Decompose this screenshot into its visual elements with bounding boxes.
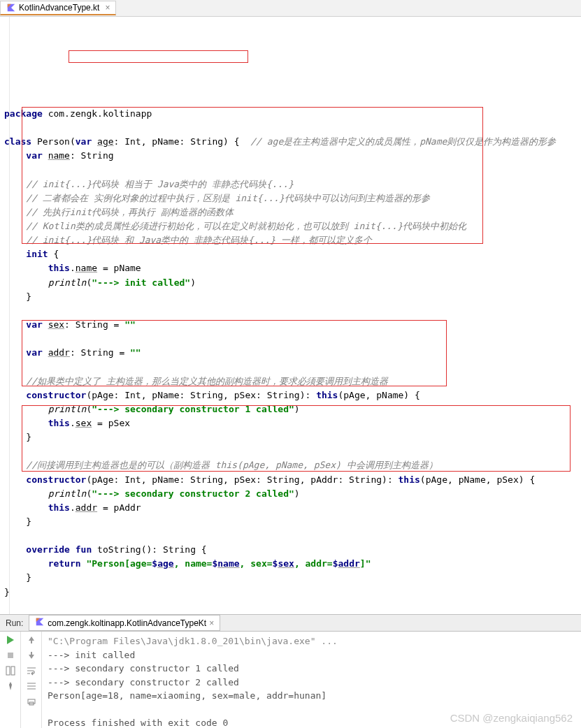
header-comment: // age是在主构造器中定义的成员属性，pName则仅仅是作为构造器的形参: [250, 136, 556, 147]
run-config-name: com.zengk.koltinapp.KotlinAdvanceTypeKt: [48, 618, 206, 628]
highlight-box-1: [69, 50, 248, 63]
down-icon[interactable]: [26, 650, 37, 661]
run-panel: Run: com.zengk.koltinapp.KotlinAdvanceTy…: [0, 614, 581, 728]
watermark: CSDN @zengkaiqiang562: [450, 712, 573, 724]
console-line: Person[age=18, name=xiaoming, sex=male, …: [48, 690, 327, 701]
console-line: ---> secondary constructor 1 called: [48, 663, 239, 674]
tab-filename: KotlinAdvanceType.kt: [19, 3, 99, 13]
class-name: Person: [37, 136, 70, 147]
svg-marker-4: [7, 636, 14, 644]
run-toolbar-left: [0, 632, 21, 728]
run-label: Run:: [0, 618, 29, 628]
layout-icon[interactable]: [5, 665, 16, 676]
print-icon[interactable]: [26, 696, 37, 707]
console-line-path: "C:\Program Files\Java\jdk1.8.0_201\bin\…: [48, 636, 338, 646]
run-toolbar-inner: [21, 632, 42, 728]
scroll-icon[interactable]: [26, 680, 37, 692]
wrap-icon[interactable]: [26, 665, 37, 676]
run-config-tab[interactable]: com.zengk.koltinapp.KotlinAdvanceTypeKt …: [29, 615, 220, 631]
kotlin-file-icon: [6, 3, 16, 13]
stop-icon[interactable]: [5, 650, 16, 661]
kotlin-icon: [35, 617, 45, 629]
file-tab[interactable]: KotlinAdvanceType.kt ×: [0, 1, 116, 15]
close-icon[interactable]: ×: [209, 618, 214, 628]
console-line: Process finished with exit code 0: [48, 718, 228, 728]
console-line: ---> secondary constructor 2 called: [48, 677, 239, 687]
editor-tab-bar: KotlinAdvanceType.kt ×: [0, 0, 581, 17]
run-header: Run: com.zengk.koltinapp.KotlinAdvanceTy…: [0, 615, 581, 632]
svg-rect-5: [8, 653, 13, 658]
svg-rect-7: [11, 667, 15, 675]
code-editor[interactable]: package com.zengk.koltinapp class Person…: [0, 17, 581, 614]
package-keyword: package: [4, 108, 43, 119]
close-icon[interactable]: ×: [105, 3, 110, 13]
pin-icon[interactable]: [5, 680, 16, 692]
run-icon[interactable]: [5, 634, 16, 646]
up-icon[interactable]: [26, 634, 37, 646]
console-line: ---> init called: [48, 650, 135, 660]
package-name: com.zengk.koltinapp: [48, 108, 152, 119]
gutter: [0, 17, 10, 614]
svg-rect-6: [6, 667, 10, 675]
